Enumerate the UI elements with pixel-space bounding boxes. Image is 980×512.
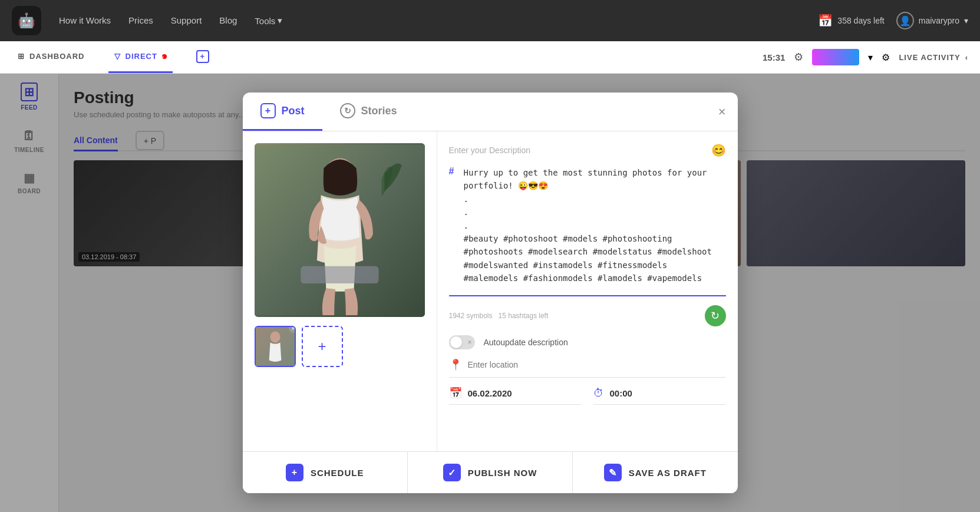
dashboard-icon: ⊞ [18,52,25,61]
save-draft-button[interactable]: ✎ SAVE AS DRAFT [573,452,737,493]
settings-gear-icon[interactable]: ⚙ [794,51,803,64]
modal-body: × + Enter your Description 😊 [243,131,738,451]
user-avatar-icon: 👤 [896,12,914,29]
thumbnail-1[interactable]: × [255,326,296,367]
schedule-button[interactable]: + SCHEDULE [243,452,408,493]
autoupdate-label: Autoupdate description [484,338,568,347]
time-field: ⏱ 00:00 [593,387,726,405]
svg-rect-2 [301,266,378,283]
image-thumbnails: × + [255,326,425,367]
add-icon: + [196,50,209,63]
svg-point-4 [270,332,280,343]
autoupdate-toggle[interactable]: × [449,335,475,349]
main-content: ⊞ FEED 🗓 TIMELINE ▦ BOARD Posting Use sc… [0,74,980,512]
toggle-knob [450,336,462,348]
modal-backdrop: + Post ↻ Stories × [0,74,980,512]
description-textarea[interactable]: Hurry up to get the most stunning photos… [461,166,726,284]
bar-chevron-icon[interactable]: ▾ [868,52,873,63]
location-row: 📍 [449,358,726,378]
description-wrapper: # Hurry up to get the most stunning phot… [449,166,726,286]
live-chevron-icon: ‹ [965,53,968,62]
toggle-x-icon: × [467,338,471,346]
description-header: Enter your Description 😊 [449,143,726,157]
nav-support[interactable]: Support [171,15,202,26]
date-field: 📅 06.02.2020 [449,387,582,405]
main-post-image [255,143,425,317]
thumbnail-image-1 [256,327,295,366]
description-divider [449,295,726,296]
description-label: Enter your Description [449,146,531,155]
add-photo-button[interactable]: + [302,326,343,367]
calendar-field-icon: 📅 [449,387,462,399]
nav-links: How it Works Prices Support Blog Tools ▾ [59,15,800,26]
modal-image-panel: × + [243,131,437,451]
modal-tab-stories[interactable]: ↻ Stories [322,93,415,131]
top-navigation: 🤖 How it Works Prices Support Blog Tools… [0,0,980,41]
post-modal: + Post ↻ Stories × [243,93,738,493]
draft-pencil-icon: ✎ [604,464,622,481]
app-logo[interactable]: 🤖 [12,6,41,35]
hash-symbol: # [449,166,454,177]
modal-close-button[interactable]: × [718,93,726,131]
live-activity-gear-icon[interactable]: ⚙ [882,52,890,63]
user-menu[interactable]: 👤 maivarypro ▾ [896,12,968,29]
refresh-icon: ↻ [711,309,720,322]
emoji-picker-button[interactable]: 😊 [711,143,726,157]
refresh-description-button[interactable]: ↻ [705,305,726,326]
publish-check-icon: ✓ [443,464,461,481]
location-input[interactable] [468,360,726,369]
description-footer: 1942 symbols 15 hashtags left ↻ [449,305,726,326]
nav-blog[interactable]: Blog [219,15,237,26]
modal-description-panel: Enter your Description 😊 # Hurry up to g… [437,131,738,451]
nav-how-it-works[interactable]: How it Works [59,15,111,26]
date-value: 06.02.2020 [468,388,512,398]
days-left-display: 📅 358 days left [818,14,884,28]
nav-prices[interactable]: Prices [128,15,153,26]
subnav-direct[interactable]: ▽ DIRECT • [108,41,173,73]
calendar-icon: 📅 [818,14,833,28]
image-placeholder [255,143,425,317]
live-activity-label[interactable]: LIVE ACTIVITY ‹ [899,53,968,62]
publish-now-button[interactable]: ✓ PUBLISH NOW [408,452,573,493]
direct-badge: • [162,54,167,59]
modal-footer: + SCHEDULE ✓ PUBLISH NOW ✎ SAVE AS DRAFT [243,451,738,493]
subnav-dashboard[interactable]: ⊞ DASHBOARD [12,41,91,73]
post-tab-icon: + [260,103,276,118]
modal-header: + Post ↻ Stories × [243,93,738,131]
chevron-down-icon: ▾ [278,15,282,26]
direct-icon: ▽ [114,52,121,61]
sub-navigation: ⊞ DASHBOARD ▽ DIRECT • + 15:31 ⚙ ▾ ⚙ LIV… [0,41,980,74]
subnav-add[interactable]: + [190,41,215,73]
modal-tab-post[interactable]: + Post [243,93,322,131]
autoupdate-toggle-row: × Autoupdate description [449,335,726,349]
activity-bar [812,49,859,65]
location-icon: 📍 [449,358,462,371]
time-value: 00:00 [610,388,632,398]
datetime-row: 📅 06.02.2020 ⏱ 00:00 [449,387,726,405]
symbols-count: 1942 symbols 15 hashtags left [449,312,549,320]
user-chevron-icon: ▾ [964,16,968,25]
schedule-icon: + [286,464,303,481]
clock-field-icon: ⏱ [593,387,604,399]
stories-tab-icon: ↻ [340,103,355,118]
sub-nav-right: 15:31 ⚙ ▾ ⚙ LIVE ACTIVITY ‹ [763,49,968,65]
add-photo-icon: + [318,338,326,355]
nav-tools[interactable]: Tools ▾ [255,15,282,26]
top-nav-right: 📅 358 days left 👤 maivarypro ▾ [818,12,968,29]
